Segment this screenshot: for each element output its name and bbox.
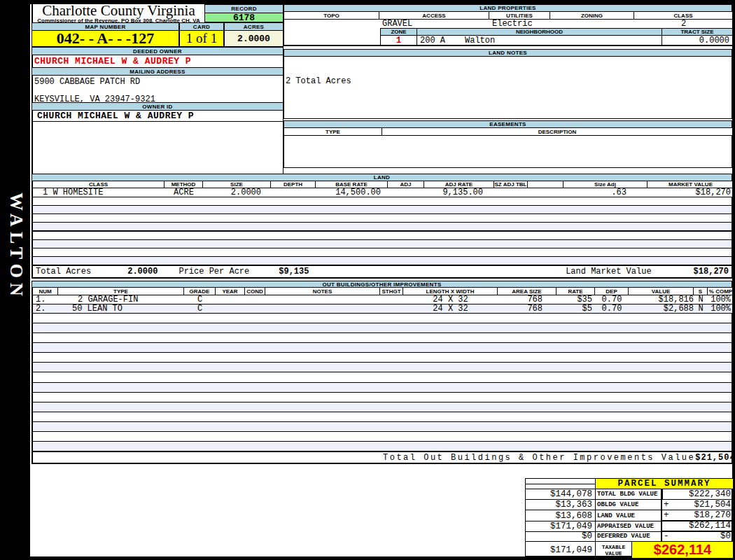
tract-size-label: TRACT SIZE	[662, 28, 733, 36]
mailing-address-label: MAILING ADDRESS	[31, 67, 284, 76]
land-size-adj-label: Size Adj	[564, 181, 648, 188]
parcel-summary: PARCEL SUMMARY $144,078 TOTAL BLDG VALUE…	[525, 478, 732, 556]
land-sz-adj-tbl	[494, 188, 528, 197]
easements-headers: TYPE DESCRIPTION	[284, 128, 732, 136]
acres-value: 2.0000	[224, 31, 284, 47]
land-market-value-label: Land Market Value	[566, 267, 651, 276]
out-buildings-total-row: Total Out Buildings & Other Improvements…	[31, 451, 732, 464]
ob-grade-label: GRADE	[184, 288, 216, 295]
mailing-address-box: 5900 CABBAGE PATCH RD KEYSVILLE, VA 2394…	[31, 76, 284, 102]
ob-rate: $5	[556, 304, 595, 313]
land-base-rate: 14,500.00	[316, 188, 388, 197]
appraised-value: $262,114	[662, 521, 733, 532]
parcel-summary-blank-cell	[526, 479, 596, 489]
land-method: ACRE	[164, 188, 203, 197]
out-buildings-total-value: $21,504	[695, 453, 735, 463]
prior-deferred-value: $0	[526, 531, 596, 542]
utilities-value: Electric	[489, 20, 550, 28]
easement-description-label: DESCRIPTION	[382, 128, 733, 135]
ob-sthgt	[380, 304, 403, 313]
obldg-value: + $21,504	[662, 500, 733, 510]
county-title: Charlotte County Virginia	[33, 4, 204, 18]
ob-length-width: 24 X 32	[403, 295, 498, 304]
land-adj-label: ADJ	[388, 181, 424, 188]
parcel-summary-row: $13,363 OBLDG VALUE + $21,504	[526, 500, 732, 510]
ob-cond	[245, 295, 265, 304]
price-per-acre-value: $9,135	[279, 267, 309, 276]
acres-label: ACRES	[224, 22, 284, 31]
land-depth	[271, 188, 316, 197]
record-number: 6178	[204, 13, 284, 22]
ob-rate-label: RATE	[556, 288, 595, 295]
land-adj	[388, 188, 424, 197]
zoning-label: ZONING	[550, 12, 634, 19]
land-properties-values: GRAVEL Electric 2	[284, 20, 732, 28]
parcel-summary-row: $144,078 TOTAL BLDG VALUE $222,340	[526, 489, 732, 500]
land-empty-rows	[31, 197, 732, 265]
ob-dep: 0.70	[595, 304, 629, 313]
ob-value-label: VALUE	[629, 288, 694, 295]
ob-s-label: S	[694, 288, 708, 295]
parcel-summary-row: $171,049 APPRAISED VALUE $262,114	[526, 521, 732, 531]
sign: +	[662, 500, 672, 510]
land-base-rate-label: BASE RATE	[316, 181, 388, 188]
zone-value-row: 1 200 A Walton 0.0000	[284, 36, 732, 46]
ob-year	[216, 304, 245, 313]
land-market-value: $18,270	[648, 188, 734, 197]
ob-dep-label: DEP	[595, 288, 629, 295]
land-notes-box: 2 Total Acres	[284, 57, 732, 119]
ob-num: 1.	[33, 295, 58, 304]
ob-length-width-label: LENGTH X WIDTH	[403, 288, 498, 295]
access-value: GRAVEL	[379, 20, 489, 28]
parcel-summary-row: $0 DEFERRED VALUE - $0	[526, 531, 732, 542]
ob-comp-label: % COMP	[708, 288, 734, 295]
topo-label: TOPO	[284, 12, 379, 19]
amount: $21,504	[672, 500, 733, 510]
prior-total-bldg-value: $144,078	[526, 489, 596, 500]
deeded-owner-value: CHURCH MICHAEL W & AUDREY P	[31, 55, 284, 67]
price-per-acre-label: Price Per Acre	[178, 267, 249, 276]
left-panel-blank	[31, 122, 284, 174]
ob-area-size-label: AREA SIZE	[498, 288, 556, 295]
parcel-summary-row: $13,608 LAND VALUE + $18,270	[526, 510, 732, 521]
land-adj-rate: 9,135.00	[424, 188, 494, 197]
owner-id-value: CHURCH MICHAEL W & AUDREY P	[31, 111, 284, 122]
ob-notes	[265, 295, 380, 304]
class-label: CLASS	[634, 12, 733, 19]
land-depth-label: DEPTH	[271, 181, 316, 188]
land-properties-title: LAND PROPERTIES	[284, 4, 732, 12]
land-market-value-label: MARKET VALUE	[648, 181, 734, 188]
address-line1: 5900 CABBAGE PATCH RD	[34, 77, 283, 87]
land-table-headers: CLASS METHOD SIZE DEPTH BASE RATE ADJ AD…	[31, 181, 732, 188]
ob-notes-label: NOTES	[265, 288, 380, 295]
tract-size-value: 0.0000	[662, 36, 733, 45]
taxable-value: $262,114	[632, 542, 733, 558]
ob-num: 2.	[33, 304, 58, 313]
amount: $222,340	[673, 489, 733, 499]
prior-obldg-value: $13,363	[526, 500, 596, 510]
prior-land-value: $13,608	[526, 510, 596, 522]
easements-box	[284, 136, 732, 168]
zone-value: 1	[381, 36, 417, 45]
ob-comp: 100%	[708, 295, 734, 304]
prior-taxable-value: $171,049	[526, 542, 596, 558]
ob-grade: C	[184, 295, 216, 304]
easement-type-label: TYPE	[284, 128, 382, 135]
ob-sthgt-label: STHGT	[380, 288, 403, 295]
topo-value	[284, 20, 379, 28]
amount: $18,270	[672, 510, 733, 520]
land-market-value-total: $18,270	[694, 267, 729, 276]
land-adj-rate-label: ADJ RATE	[424, 181, 494, 188]
zoning-value	[550, 20, 634, 28]
ob-cond	[245, 304, 265, 313]
ob-length-width: 24 X 32	[403, 304, 498, 313]
sign: -	[662, 531, 672, 541]
taxable-value-row: $171,049 TAXABLE VALUE $262,114	[526, 542, 732, 558]
parcel-summary-title: PARCEL SUMMARY	[596, 479, 733, 489]
land-blank	[528, 188, 564, 197]
zone-code: 200 A	[420, 36, 445, 45]
land-properties-headers: TOPO ACCESS UTILITIES ZONING CLASS	[284, 12, 732, 20]
appraised-value-label: APPRAISED VALUE	[596, 521, 662, 532]
card-value: 1 of 1	[179, 31, 224, 47]
amount: $262,114	[672, 521, 733, 531]
